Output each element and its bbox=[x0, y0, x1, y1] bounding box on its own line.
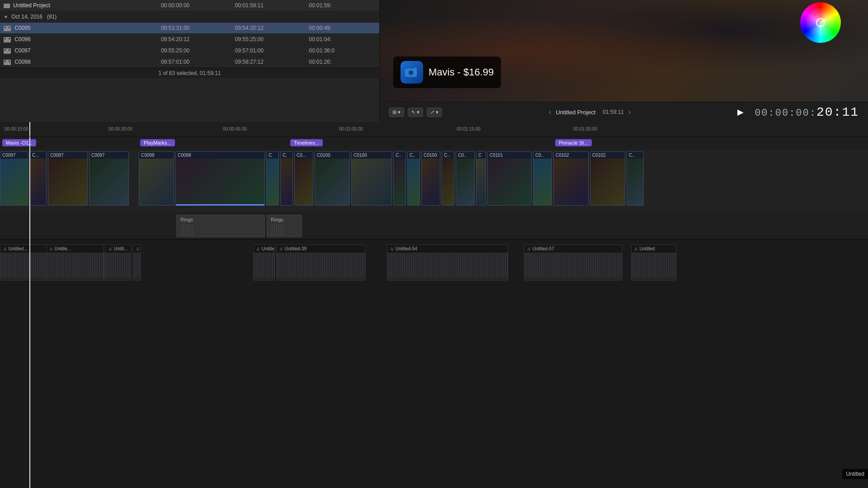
clip-dur: 00:01:26: bbox=[305, 56, 379, 68]
timeline-section: 00:00:15:00 00:00:30:00 00:00:45:00 00:0… bbox=[0, 122, 868, 488]
group-date: Oct 14, 2016 bbox=[11, 14, 42, 20]
preview-video: Mavis - $16.99 bbox=[380, 0, 868, 102]
clip-icon-c0095 bbox=[4, 26, 11, 31]
app-icon bbox=[401, 61, 423, 84]
audio-untitle-2[interactable]: ♫ Untitle... bbox=[46, 244, 104, 281]
project-start: 00:00:00:00 bbox=[157, 0, 231, 11]
clip-name: C0096 bbox=[14, 36, 30, 42]
clip-c0100-2[interactable]: C0100 bbox=[351, 151, 392, 206]
color-wheel bbox=[800, 2, 841, 43]
annotation-pinnacle[interactable]: Pinnacle St... bbox=[555, 139, 592, 146]
audio-untitled-57[interactable]: ♫ Untitled-57 bbox=[524, 244, 623, 281]
audio-untitled-54[interactable]: ♫ Untitled-54 bbox=[387, 244, 508, 281]
clip-icon-c0098 bbox=[4, 60, 11, 65]
audio-untitled-end[interactable]: ♫ Untitled bbox=[631, 244, 676, 281]
audio-untitle-5[interactable]: ♫ Untitle... bbox=[253, 244, 275, 281]
bottom-audio-section: ♫ Untitled... ♫ Untitle... ♫ Untitl... bbox=[0, 239, 868, 285]
project-icon bbox=[4, 4, 10, 8]
ruler-label-3: 00:00:45:00 bbox=[223, 127, 247, 131]
prev-arrow[interactable]: ‹ bbox=[549, 108, 551, 116]
timeline-content: Mavis -O1... PlayMarks... Timelines... P… bbox=[0, 136, 868, 488]
clip-c-3[interactable]: C bbox=[266, 151, 279, 206]
annotation-playmarks[interactable]: PlayMarks... bbox=[140, 139, 175, 146]
clip-c0097-4[interactable]: C0097 bbox=[89, 151, 129, 206]
clip-start: 09:53:31:00 bbox=[157, 23, 231, 34]
timeline-ruler: 00:00:15:00 00:00:30:00 00:00:45:00 00:0… bbox=[0, 122, 868, 136]
top-section: Untitled Project 00:00:00:00 00:01:59:11… bbox=[0, 0, 868, 122]
bottom-label-text: Untitled bbox=[846, 471, 864, 477]
clip-start: 09:57:01:00 bbox=[157, 56, 231, 68]
untitled-label: Untitled bbox=[640, 246, 655, 251]
clip-row-c0095[interactable]: C0095 09:53:31:00 09:54:20:12 00:00:49: bbox=[0, 23, 379, 34]
audio-untitled-39[interactable]: ♫ Untitled-39 bbox=[276, 244, 366, 281]
bottom-right-untitled: Untitled bbox=[842, 469, 868, 479]
ruler-label-4: 00:01:00:00 bbox=[339, 127, 363, 131]
annotation-timelines[interactable]: Timelines... bbox=[290, 139, 323, 146]
svg-point-2 bbox=[409, 71, 413, 75]
ruler-label-5: 00:01:15:00 bbox=[457, 127, 481, 131]
color-wheel-ring bbox=[800, 2, 841, 43]
audio-wave-4 bbox=[133, 253, 141, 277]
clip-end: 09:54:20:12 bbox=[231, 23, 306, 34]
transform-btn[interactable]: ⤢ ▾ bbox=[427, 108, 442, 117]
clip-icon-c0096 bbox=[4, 37, 11, 42]
clip-c-9[interactable]: C.. bbox=[627, 151, 644, 206]
clip-c-5[interactable]: C.. bbox=[393, 151, 406, 206]
collapse-arrow[interactable]: ▼ bbox=[4, 14, 8, 19]
clip-c0-3[interactable]: C0.. bbox=[533, 151, 552, 206]
clip-c0100-3[interactable]: C0100 bbox=[421, 151, 440, 206]
clip-row-c0098[interactable]: C0098 09:57:01:00 09:58:27:12 00:01:26: bbox=[0, 56, 379, 68]
clip-c0101[interactable]: C0101 bbox=[487, 151, 532, 206]
annotation-mavis[interactable]: Mavis -O1... bbox=[2, 139, 36, 146]
clip-c-4[interactable]: C. bbox=[280, 151, 293, 206]
audio-wave-3 bbox=[106, 253, 131, 277]
clip-row-c0097[interactable]: C0097 09:55:25:00 09:57:01:00 00:01:36:0 bbox=[0, 45, 379, 56]
clip-c0-1[interactable]: C0... bbox=[294, 151, 313, 206]
clip-c0102-2[interactable]: C0102 bbox=[590, 151, 625, 206]
clip-c0098-1[interactable]: C0098 bbox=[139, 151, 174, 206]
audio-rings-2[interactable]: Rings bbox=[267, 215, 302, 237]
audio-wave-9 bbox=[632, 253, 676, 277]
color-wheel-center bbox=[816, 18, 825, 27]
playback-controls: ▶ 00:00:00:20:11 bbox=[737, 105, 859, 119]
project-row[interactable]: Untitled Project 00:00:00:00 00:01:59:11… bbox=[0, 0, 379, 11]
ruler-label-1: 00:00:15:00 bbox=[5, 127, 28, 131]
clip-name: C0095 bbox=[14, 25, 30, 31]
clip-c-8[interactable]: C bbox=[476, 151, 486, 206]
clip-name: C0097 bbox=[14, 47, 30, 54]
timecode-main: 20:11 bbox=[816, 105, 859, 119]
clip-end: 09:57:01:00 bbox=[231, 45, 306, 56]
clip-c0-2[interactable]: C0.. bbox=[456, 151, 475, 206]
clip-c-2[interactable]: C... bbox=[30, 151, 47, 206]
audio-untitl-3[interactable]: ♫ Untitl... bbox=[105, 244, 132, 281]
audio-wave-6 bbox=[277, 253, 365, 277]
audio-rings-1[interactable]: Rings bbox=[176, 215, 265, 237]
play-button[interactable]: ▶ bbox=[737, 107, 744, 117]
audio-wave-5 bbox=[254, 253, 274, 277]
tool-select-btn[interactable]: ↖ ▾ bbox=[408, 108, 423, 117]
clip-c0100-1[interactable]: C0100 bbox=[315, 151, 350, 206]
audio-wave-8 bbox=[524, 253, 622, 277]
audio-u-4[interactable]: ♫ U bbox=[133, 244, 141, 281]
timeline-info-center: ‹ Untitled Project 01:59:11 › bbox=[549, 108, 631, 116]
clip-c-7[interactable]: C.. bbox=[442, 151, 454, 206]
clip-row-c0096[interactable]: C0096 09:54:20:12 09:55:25:00 00:01:04: bbox=[0, 34, 379, 45]
audio-track: Rings Rings bbox=[0, 212, 868, 239]
clip-c0097-1[interactable]: C0097 bbox=[0, 151, 28, 206]
waveform-1 bbox=[180, 224, 193, 235]
group-row[interactable]: ▼ Oct 14, 2016 (81) bbox=[0, 11, 379, 23]
view-mode-btn[interactable]: ⊞ ▾ bbox=[389, 108, 404, 117]
timecode-prefix: 00:00:00: bbox=[755, 108, 816, 119]
clip-c0098-2[interactable]: C0098 bbox=[175, 151, 265, 206]
clip-end: 09:55:25:00 bbox=[231, 34, 306, 45]
browser-table: Untitled Project 00:00:00:00 00:01:59:11… bbox=[0, 0, 379, 68]
ruler-label-2: 00:00:30:00 bbox=[108, 127, 132, 131]
clip-c0097-3[interactable]: C0097 bbox=[48, 151, 88, 206]
preview-panel: Mavis - $16.99 ⊞ ▾ ↖ ▾ ⤢ ▾ ‹ bbox=[380, 0, 868, 122]
clip-c0102-1[interactable]: C0102 bbox=[553, 151, 589, 206]
next-arrow[interactable]: › bbox=[628, 108, 631, 116]
app-card: Mavis - $16.99 bbox=[393, 56, 501, 88]
clip-c-6[interactable]: C.. bbox=[407, 151, 420, 206]
browser-panel: Untitled Project 00:00:00:00 00:01:59:11… bbox=[0, 0, 380, 122]
preview-controls: ⊞ ▾ ↖ ▾ ⤢ ▾ ‹ Untitled Project 01:59:11 … bbox=[380, 102, 868, 122]
